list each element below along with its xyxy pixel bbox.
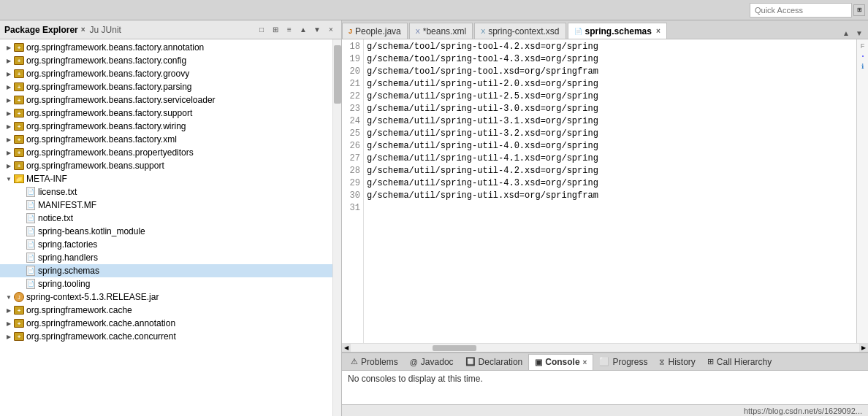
tree-item-label: org.springframework.cache [26, 305, 132, 315]
editor-hscroll[interactable]: ◀ ▶ [342, 343, 868, 352]
annotation-icon[interactable]: F [858, 41, 868, 51]
line-number: 19 [345, 53, 360, 66]
package-icon: + [13, 160, 25, 172]
tree-item[interactable]: ▼Jspring-context-5.1.3.RELEASE.jar [0, 290, 332, 304]
bottom-tab-call-hierarchy[interactable]: ⊞Call Hierarchy [701, 354, 777, 370]
editor-right-sidebar: F ℹ [856, 39, 868, 343]
xml-icon: X [416, 28, 420, 35]
tab-label: *beans.xml [423, 26, 466, 36]
info-icon[interactable]: ℹ [858, 61, 868, 72]
editor-tab-controls: ▲ ▼ [840, 27, 868, 39]
editor-maximize-icon[interactable]: ▼ [853, 27, 865, 39]
file-icon: 📄 [25, 278, 37, 290]
tree-item[interactable]: ▶+org.springframework.beans.factory.anno… [0, 41, 332, 54]
tree-arrow: ▶ [4, 306, 13, 315]
collapse-all-icon[interactable]: □ [256, 24, 267, 36]
main-area: Package Explorer × Ju JUnit □ ⊞ ≡ ▲ ▼ × … [0, 20, 868, 416]
editor-area: 1819202122232425262728293031 g/schema/to… [342, 39, 868, 343]
link-icon[interactable]: ⊞ [270, 24, 281, 36]
hscroll-left-arrow[interactable]: ◀ [342, 344, 351, 353]
hscroll-right-arrow[interactable]: ▶ [859, 344, 868, 353]
tree-item-label: spring.handlers [38, 253, 98, 263]
tree-item[interactable]: ▶+org.springframework.beans.propertyedit… [0, 146, 332, 159]
tree-item[interactable]: 📄notice.txt [0, 212, 332, 225]
tree-item-label: org.springframework.beans.factory.config [26, 55, 186, 66]
code-line: g/schema/util/spring-util-3.1.xsd=org/sp… [367, 115, 853, 128]
tree-item[interactable]: ▶+org.springframework.beans.support [0, 159, 332, 172]
tree-item[interactable]: ▶+org.springframework.beans.factory.wiri… [0, 120, 332, 133]
tree-item[interactable]: 📄MANIFEST.MF [0, 199, 332, 212]
minimize-icon[interactable]: ▲ [297, 24, 309, 36]
tree-item-label: org.springframework.beans.factory.wiring [26, 121, 186, 131]
tree-item[interactable]: ▶+org.springframework.beans.factory.pars… [0, 80, 332, 93]
bookmark-marker [862, 55, 864, 57]
tree-item[interactable]: 📄spring.tooling [0, 277, 332, 290]
tree-item[interactable]: ▶+org.springframework.beans.factory.xml [0, 133, 332, 146]
package-explorer-close[interactable]: × [81, 26, 85, 34]
tab-close-btn[interactable]: × [656, 27, 660, 35]
tree-item-label: org.springframework.beans.factory.xml [26, 134, 177, 145]
tree-item[interactable]: 📄spring.factories [0, 238, 332, 251]
tree-item[interactable]: ▶+org.springframework.cache.annotation [0, 317, 332, 330]
file-icon: 📄 [25, 212, 37, 224]
tree-item-label: spring-context-5.1.3.RELEASE.jar [26, 292, 159, 302]
left-scrollbar[interactable] [332, 39, 341, 416]
tree-item[interactable]: ▼📁META-INF [0, 172, 332, 185]
tree-item[interactable]: ▶+org.springframework.beans.factory.groo… [0, 67, 332, 80]
package-icon: + [13, 107, 25, 119]
bottom-tab-declaration[interactable]: 🔲Declaration [460, 354, 529, 370]
editor-tab[interactable]: JPeople.java [342, 23, 408, 39]
tree-item[interactable]: 📄spring-beans.kotlin_module [0, 225, 332, 238]
console-content: No consoles to display at this time. [342, 371, 868, 404]
code-line: g/schema/util/spring-util-4.0.xsd=org/sp… [367, 140, 853, 153]
tree-item[interactable]: ▶+org.springframework.beans.factory.conf… [0, 54, 332, 67]
editor-tab[interactable]: Xspring-context.xsd [474, 23, 566, 39]
line-number: 30 [345, 190, 360, 202]
bottom-tab-problems[interactable]: ⚠Problems [345, 354, 404, 370]
tree-item[interactable]: ▶+org.springframework.cache [0, 304, 332, 317]
bottom-tab-console[interactable]: ▣Console× [528, 354, 593, 370]
quick-access-input[interactable] [750, 3, 852, 18]
package-icon: + [13, 317, 25, 329]
tab-label: spring-context.xsd [488, 26, 559, 36]
code-content[interactable]: g/schema/tool/spring-tool-4.2.xsd=org/sp… [364, 39, 856, 343]
tree-item[interactable]: 📄spring.schemas [0, 264, 332, 277]
line-numbers: 1819202122232425262728293031 [342, 39, 364, 343]
editor-tab[interactable]: X*beans.xml [409, 23, 473, 39]
bottom-tab-progress[interactable]: ⬜Progress [593, 354, 653, 370]
left-scroll-thumb[interactable] [334, 45, 341, 104]
toolbar-expand-icon[interactable]: ⊞ [853, 4, 865, 16]
package-explorer-label: Package Explorer [4, 25, 78, 35]
maximize-icon[interactable]: ▼ [311, 24, 323, 36]
editor-minimize-icon[interactable]: ▲ [840, 27, 852, 39]
file-icon: 📄 [25, 252, 37, 263]
right-panel: JPeople.javaX*beans.xmlXspring-context.x… [342, 20, 868, 416]
tree-item[interactable]: ▶+org.springframework.beans.factory.supp… [0, 107, 332, 120]
close-panel-icon[interactable]: × [325, 24, 337, 36]
tree-item[interactable]: ▶+org.springframework.cache.concurrent [0, 330, 332, 343]
menu-icon[interactable]: ≡ [283, 24, 295, 36]
bottom-tab-history[interactable]: ⧖History [653, 354, 701, 370]
tab-label: People.java [355, 26, 401, 36]
left-panel: Package Explorer × Ju JUnit □ ⊞ ≡ ▲ ▼ × … [0, 20, 342, 416]
line-number: 18 [345, 41, 360, 53]
tree-arrow: ▶ [4, 96, 13, 104]
line-number: 25 [345, 128, 360, 140]
bottom-tab-javadoc[interactable]: @Javadoc [404, 354, 460, 370]
hscroll-thumb[interactable] [433, 345, 476, 351]
package-explorer-tab[interactable]: Package Explorer × [4, 25, 85, 35]
tree-arrow: ▼ [4, 174, 13, 183]
junit-tab[interactable]: Ju JUnit [90, 25, 121, 35]
editor-tab[interactable]: 📄spring.schemas× [568, 23, 667, 39]
bottom-tab-label: Console [545, 357, 579, 367]
console-close-btn[interactable]: × [583, 358, 587, 366]
tree-item[interactable]: 📄spring.handlers [0, 251, 332, 264]
tree-item[interactable]: ▶+org.springframework.beans.factory.serv… [0, 93, 332, 107]
tree-item[interactable]: 📄license.txt [0, 185, 332, 199]
tree-item-label: org.springframework.beans.factory.suppor… [26, 108, 192, 118]
file-tab-icon: 📄 [574, 28, 582, 35]
package-icon: + [13, 304, 25, 316]
tree-item-label: org.springframework.beans.factory.groovy [26, 69, 189, 79]
hscroll-track[interactable] [351, 345, 859, 351]
editor-tabs: JPeople.javaX*beans.xmlXspring-context.x… [342, 20, 868, 39]
